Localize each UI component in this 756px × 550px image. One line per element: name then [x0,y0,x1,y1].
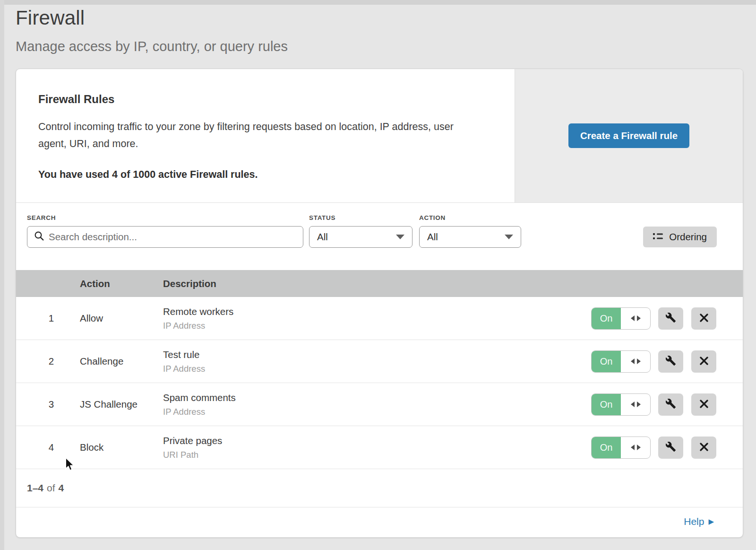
rule-match-type: URI Path [163,450,591,460]
status-selected-value: All [317,231,328,243]
chevron-down-icon [396,235,404,239]
page-header: Firewall Manage access by IP, country, o… [0,0,756,54]
toggle-handle [621,437,650,458]
pagination-status: 1–4 of 4 [16,469,743,507]
delete-rule-button[interactable] [691,437,716,459]
ordering-button-label: Ordering [669,231,707,243]
table-row: 2 Challenge Test rule IP Address On [16,340,743,383]
firewall-rules-card: Firewall Rules Control incoming traffic … [16,69,743,538]
delete-rule-button[interactable] [691,393,716,416]
wrench-icon [665,355,676,367]
arrow-right-icon [637,315,641,321]
rule-enabled-toggle[interactable]: On [591,307,651,330]
rule-priority: 3 [16,399,80,410]
action-select[interactable]: All [419,226,521,248]
rule-action: Challenge [80,356,163,367]
search-filter: SEARCH [27,214,303,248]
wrench-icon [665,398,676,410]
intro-text-panel: Firewall Rules Control incoming traffic … [16,69,515,202]
close-icon [699,442,709,453]
arrow-left-icon [631,445,635,450]
page-title: Firewall [16,7,756,29]
intro-description: Control incoming traffic to your zone by… [38,118,481,152]
toggle-on-label: On [592,351,621,372]
delete-rule-button[interactable] [691,307,716,330]
rule-controls: On [591,393,743,416]
status-filter: STATUS All [309,214,412,248]
action-filter: ACTION All [419,214,521,248]
rule-description: Spam comments [163,392,591,403]
arrow-right-icon: ▶ [708,517,714,526]
rule-description: Test rule [163,349,591,360]
rule-enabled-toggle[interactable]: On [591,393,651,416]
rule-action: Allow [80,313,163,324]
delete-rule-button[interactable] [691,350,716,373]
rule-description-cell: Remote workers IP Address [163,306,591,331]
rule-description-cell: Test rule IP Address [163,349,591,374]
search-icon [34,231,44,244]
toggle-on-label: On [592,394,621,415]
pagination-of: of [47,482,55,494]
arrow-right-icon [637,402,641,407]
rule-description-cell: Private pages URI Path [163,435,591,460]
wrench-icon [665,312,676,324]
help-link[interactable]: Help ▶ [684,516,714,527]
rule-match-type: IP Address [163,321,591,331]
toggle-on-label: On [592,308,621,329]
toggle-handle [621,308,650,329]
toggle-handle [621,394,650,415]
edit-rule-button[interactable] [658,437,683,459]
rule-action: JS Challenge [80,399,163,410]
rule-enabled-toggle[interactable]: On [591,350,651,373]
chevron-down-icon [505,235,513,239]
search-label: SEARCH [27,214,303,221]
edit-rule-button[interactable] [658,307,683,330]
toggle-on-label: On [592,437,621,458]
rule-description-cell: Spam comments IP Address [163,392,591,417]
table-header: Action Description [16,270,743,297]
rule-match-type: IP Address [163,407,591,417]
pagination-range: 1–4 [27,482,43,494]
window-edge-top [0,0,756,5]
rule-controls: On [591,307,743,330]
arrow-right-icon [637,358,641,364]
wrench-icon [665,441,676,454]
search-input[interactable] [44,227,303,247]
rule-priority: 2 [16,356,80,367]
ordered-list-icon [653,231,663,243]
arrow-right-icon [637,445,641,450]
create-rule-panel: Create a Firewall rule [515,69,743,202]
intro-usage-count: You have used 4 of 1000 active Firewall … [38,169,481,181]
description-column-header: Description [163,278,591,289]
pagination-total: 4 [59,482,64,494]
edit-rule-button[interactable] [658,350,683,373]
help-link-label: Help [684,516,704,527]
status-label: STATUS [309,214,412,221]
rule-priority: 1 [16,313,80,324]
arrow-left-icon [631,358,635,364]
close-icon [699,399,709,410]
window-edge-left [0,0,4,550]
table-row: 3 JS Challenge Spam comments IP Address … [16,383,743,426]
rule-description: Remote workers [163,306,591,317]
create-firewall-rule-button[interactable]: Create a Firewall rule [568,123,689,148]
rule-controls: On [591,437,743,459]
rule-enabled-toggle[interactable]: On [591,437,651,459]
ordering-wrap: Ordering [643,214,717,247]
firewall-page: Firewall Manage access by IP, country, o… [0,0,756,550]
filters-bar: SEARCH STATUS All [16,203,743,270]
status-select[interactable]: All [309,226,412,248]
rule-controls: On [591,350,743,373]
rule-priority: 4 [16,442,80,453]
toggle-handle [621,351,650,372]
close-icon [699,356,709,367]
page-subtitle: Manage access by IP, country, or query r… [16,39,756,54]
rule-description: Private pages [163,435,591,446]
ordering-button[interactable]: Ordering [643,227,717,247]
rule-match-type: IP Address [163,364,591,374]
edit-rule-button[interactable] [658,393,683,416]
action-column-header: Action [80,278,163,289]
table-row: 1 Allow Remote workers IP Address On [16,297,743,340]
search-box [27,226,303,248]
table-row: 4 Block Private pages URI Path On [16,426,743,469]
